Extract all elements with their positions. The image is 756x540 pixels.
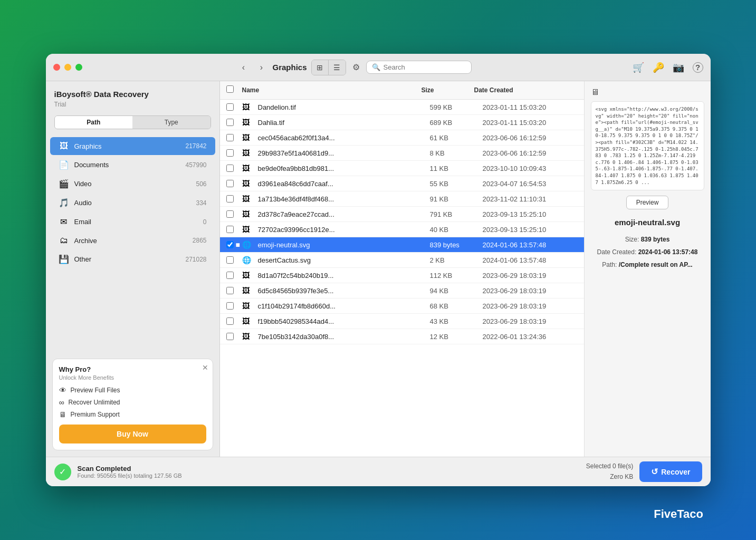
- sidebar-item-video[interactable]: 🎬 Video 506: [50, 175, 215, 193]
- table-row[interactable]: 🖼 7be105b3142da30a0f8... 12 KB 2022-06-0…: [220, 329, 584, 344]
- table-row[interactable]: 🖼 2d378c7a9eace27ccad... 791 KB 2023-09-…: [220, 207, 584, 222]
- file-size: 91 KB: [430, 195, 483, 203]
- file-checkbox-9[interactable]: [226, 241, 234, 248]
- file-checkbox-6[interactable]: [226, 195, 234, 202]
- email-label: Email: [74, 218, 198, 226]
- table-row[interactable]: 🖼 72702ac93996cc1912e... 40 KB 2023-09-1…: [220, 222, 584, 237]
- sidebar-item-documents[interactable]: 📄 Documents 457990: [50, 156, 215, 174]
- filter-icon[interactable]: ⚙: [352, 62, 360, 72]
- file-type-icon: 🖼: [242, 179, 255, 188]
- file-date: 2023-01-11 15:03:20: [483, 119, 578, 127]
- file-checkbox-cell: [226, 210, 242, 218]
- scan-info: Scan Completed Found: 950565 file(s) tot…: [78, 465, 580, 479]
- preview-panel-icon: 🖥: [591, 88, 704, 97]
- file-type-icon: 🖼: [242, 149, 255, 157]
- file-type-icon: 🖼: [242, 210, 255, 218]
- file-checkbox-cell: [226, 226, 242, 233]
- file-name: d3961ea848c6dd7caaf...: [258, 180, 430, 188]
- preview-panel: 🖥 <svg xmlns="http://www.w3.org/2000/svg…: [584, 81, 711, 457]
- table-row[interactable]: 🖼 d3961ea848c6dd7caaf... 55 KB 2023-04-0…: [220, 176, 584, 191]
- file-size: 11 KB: [430, 165, 483, 172]
- file-checkbox-cell: [226, 256, 242, 264]
- audio-count: 334: [196, 199, 206, 207]
- table-row[interactable]: 🖼 f19bbb5402985344ad4... 43 KB 2023-06-2…: [220, 314, 584, 329]
- breadcrumb: Graphics: [272, 63, 307, 72]
- sidebar-item-archive[interactable]: 🗂 Archive 2865: [50, 232, 215, 249]
- file-name: 1a713b4e36df4f8df468...: [258, 195, 430, 203]
- file-checkbox-13[interactable]: [226, 302, 234, 310]
- minimize-button[interactable]: [64, 64, 71, 71]
- key-icon[interactable]: 🔑: [653, 62, 664, 73]
- table-row[interactable]: 🖼 Dandelion.tif 599 KB 2023-01-11 15:03:…: [220, 100, 584, 115]
- file-name: f19bbb5402985344ad4...: [258, 317, 430, 325]
- file-name: 72702ac93996cc1912e...: [258, 226, 430, 234]
- maximize-button[interactable]: [75, 64, 82, 71]
- sidebar-item-other[interactable]: 💾 Other 271028: [50, 250, 215, 268]
- file-checkbox-1[interactable]: [226, 119, 234, 126]
- table-row[interactable]: 🖼 be9de0fea9bb81db981... 11 KB 2023-10-1…: [220, 161, 584, 176]
- recover-button[interactable]: ↺ Recover: [639, 461, 702, 482]
- table-row[interactable]: 🖼 Dahlia.tif 689 KB 2023-01-11 15:03:20: [220, 115, 584, 130]
- back-button[interactable]: ‹: [236, 61, 250, 74]
- table-row[interactable]: 🌐 desertCactus.svg 2 KB 2024-01-06 13:57…: [220, 253, 584, 268]
- why-pro-close-button[interactable]: ✕: [202, 363, 208, 372]
- forward-button[interactable]: ›: [254, 61, 268, 74]
- table-row[interactable]: 🖼 29b9837e5f1a40681d9... 8 KB 2023-06-06…: [220, 146, 584, 161]
- sidebar-item-audio[interactable]: 🎵 Audio 334: [50, 194, 215, 212]
- file-checkbox-14[interactable]: [226, 317, 234, 325]
- file-checkbox-8[interactable]: [226, 226, 234, 233]
- table-row[interactable]: 🖼 8d1a07f2c54bb240b19... 112 KB 2023-06-…: [220, 268, 584, 283]
- select-all-checkbox[interactable]: [226, 85, 234, 93]
- type-toggle-btn[interactable]: Type: [132, 116, 210, 129]
- file-checkbox-15[interactable]: [226, 333, 234, 340]
- sidebar-item-email[interactable]: ✉ Email 0: [50, 213, 215, 231]
- cart-icon[interactable]: 🛒: [633, 62, 644, 73]
- email-icon: ✉: [59, 217, 69, 227]
- close-button[interactable]: [53, 64, 60, 71]
- why-pro-title: Why Pro?: [59, 365, 206, 373]
- sidebar-nav: 🖼 Graphics 217842 📄 Documents 457990 🎬 V…: [46, 137, 219, 352]
- preview-button[interactable]: Preview: [626, 196, 669, 209]
- table-row[interactable]: ■ 🌐 emoji-neutral.svg 839 bytes 2024-01-…: [220, 237, 584, 253]
- file-checkbox-cell: [226, 165, 242, 172]
- list-view-button[interactable]: ☰: [329, 60, 346, 75]
- file-checkbox-cell: [226, 333, 242, 340]
- titlebar-tools: 🛒 🔑 📷 ?: [633, 62, 703, 73]
- file-checkbox-10[interactable]: [226, 256, 234, 264]
- archive-count: 2865: [193, 237, 207, 244]
- table-row[interactable]: 🖼 6d5c84565b9397fe3e5... 94 KB 2023-06-2…: [220, 283, 584, 298]
- file-checkbox-2[interactable]: [226, 134, 234, 141]
- file-type-icon: 🖼: [242, 118, 255, 127]
- file-checkbox-0[interactable]: [226, 103, 234, 111]
- file-checkbox-7[interactable]: [226, 210, 234, 218]
- preview-path-value: /Complete result on AP...: [619, 261, 693, 268]
- file-checkbox-11[interactable]: [226, 272, 234, 279]
- file-checkbox-3[interactable]: [226, 149, 234, 157]
- file-name: 7be105b3142da30a0f8...: [258, 333, 430, 341]
- grid-view-button[interactable]: ⊞: [312, 60, 329, 75]
- table-row[interactable]: 🖼 c1f104b29174fb8d660d... 68 KB 2023-06-…: [220, 298, 584, 314]
- camera-icon[interactable]: 📷: [673, 62, 684, 73]
- file-name: 8d1a07f2c54bb240b19...: [258, 272, 430, 279]
- view-toggle: ⊞ ☰: [311, 60, 346, 75]
- table-row[interactable]: 🖼 cec0456acab62f0f13a4... 61 KB 2023-06-…: [220, 130, 584, 146]
- file-checkbox-cell: [226, 103, 242, 111]
- file-type-icon: 🖼: [242, 103, 255, 111]
- file-checkbox-cell: [226, 287, 242, 294]
- buy-now-button[interactable]: Buy Now: [59, 425, 206, 443]
- search-input[interactable]: [384, 63, 463, 71]
- help-icon[interactable]: ?: [693, 62, 703, 73]
- file-checkbox-4[interactable]: [226, 165, 234, 172]
- table-row[interactable]: 🖼 1a713b4e36df4f8df468... 91 KB 2023-11-…: [220, 191, 584, 207]
- path-toggle-btn[interactable]: Path: [55, 116, 133, 129]
- file-date: 2023-10-10 10:09:43: [483, 165, 578, 172]
- file-name: cec0456acab62f0f13a4...: [258, 134, 430, 142]
- grid-icon: ⊞: [317, 63, 323, 72]
- file-checkbox-12[interactable]: [226, 287, 234, 294]
- list-icon: ☰: [333, 63, 340, 72]
- recover-circle-icon: ↺: [651, 467, 658, 477]
- preview-code: <svg xmlns="http://www.w3.org/2000/svg" …: [591, 101, 704, 190]
- file-checkbox-5[interactable]: [226, 180, 234, 187]
- other-count: 271028: [185, 256, 206, 263]
- sidebar-item-graphics[interactable]: 🖼 Graphics 217842: [50, 137, 215, 155]
